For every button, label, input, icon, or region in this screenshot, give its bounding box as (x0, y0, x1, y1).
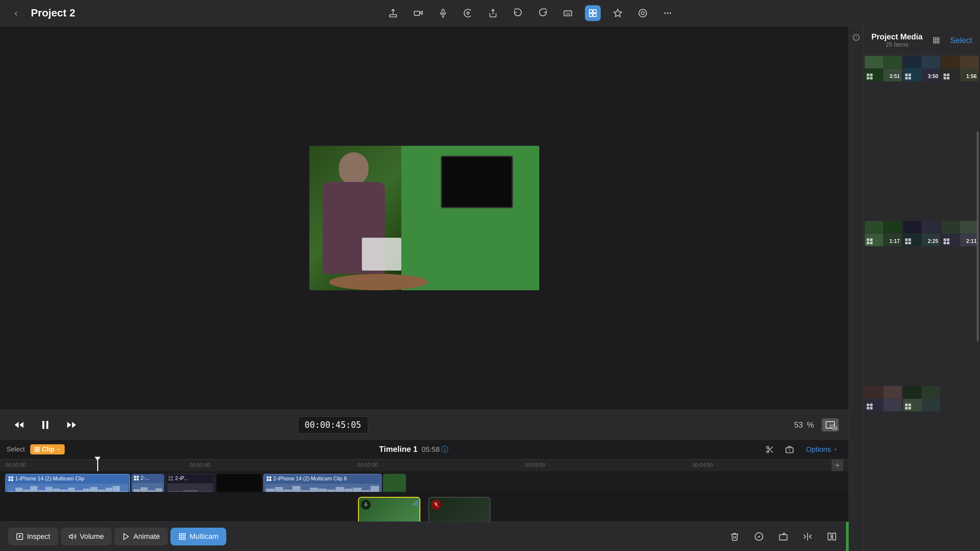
video-frame (309, 146, 539, 290)
inspect-button[interactable]: Inspect (8, 528, 58, 545)
thumb-duration: 3:51 (889, 73, 900, 79)
media-thumb-2[interactable]: 3:50 (903, 56, 940, 81)
back-button[interactable]: ‹ (8, 5, 24, 21)
timeline-name: Timeline 1 (379, 445, 417, 454)
thumb-quad (865, 56, 883, 68)
svg-marker-19 (72, 422, 76, 428)
grid-cell (870, 73, 873, 76)
tv-monitor (441, 156, 513, 208)
grid-view-icon[interactable] (929, 33, 943, 48)
svg-point-34 (767, 446, 769, 449)
rewind-button[interactable] (10, 416, 28, 434)
media-thumb-8[interactable] (903, 386, 940, 411)
timeline-blade-tool-icon[interactable] (782, 442, 797, 457)
thumb-duration-3: 1:56 (966, 73, 977, 79)
volume-label: Volume (80, 532, 104, 541)
svg-rect-2 (442, 9, 444, 13)
camera-record-icon[interactable] (410, 5, 426, 21)
grid-cell (905, 242, 908, 244)
thumb-quad (922, 56, 940, 68)
share-icon[interactable] (485, 5, 501, 21)
keyboard-icon[interactable] (560, 5, 576, 21)
svg-rect-62 (780, 535, 787, 540)
media-thumb-7[interactable] (865, 386, 902, 411)
thumb-quad (942, 221, 960, 233)
timeline-cut-tool-icon[interactable] (763, 442, 777, 457)
undo-icon[interactable] (510, 5, 526, 21)
svg-line-38 (768, 448, 770, 449)
media-thumb-4[interactable]: 1:17 (865, 221, 902, 247)
grid-cell (905, 77, 908, 79)
thumb-quad (865, 221, 883, 233)
bottom-toolbar: Inspect Volume Animate Multicam (0, 521, 849, 551)
grid-cell (943, 77, 946, 79)
svg-rect-4 (564, 11, 571, 16)
svg-rect-59 (179, 537, 181, 540)
svg-rect-57 (179, 534, 181, 536)
inspect-label: Inspect (27, 532, 50, 541)
grid-cell (870, 403, 873, 406)
project-title: Project 2 (31, 7, 75, 19)
clip-6-label: 2-iPhone 14 (2)·Multicam Clip 6 (264, 475, 381, 483)
animate-button[interactable]: Animate (114, 528, 168, 545)
photos-icon[interactable] (585, 5, 601, 21)
pip-button[interactable] (822, 418, 839, 432)
panel-content: Project Media 25 Items Select (849, 26, 980, 551)
volume-button[interactable]: Volume (61, 528, 112, 545)
pause-button[interactable] (36, 416, 54, 434)
trim-button[interactable] (775, 528, 792, 545)
confirm-button[interactable] (750, 528, 768, 545)
multicam-thumb-icon-4 (867, 238, 873, 244)
svg-rect-8 (593, 13, 596, 16)
more-icon[interactable] (660, 5, 676, 21)
thumb-quad (903, 56, 921, 68)
svg-rect-60 (183, 537, 185, 540)
panel-filter-icon[interactable] (850, 32, 862, 43)
ruler-tick-1: 00:01:00 (189, 462, 210, 468)
media-thumb-1[interactable]: 3:51 (865, 56, 902, 81)
clip-6-label-text: 2-iPhone 14 (2)·Multicam Clip 6 (273, 476, 347, 482)
media-thumb-6[interactable]: 2:11 (942, 221, 979, 247)
pen-tool-icon[interactable] (460, 5, 476, 21)
grid-cell (943, 238, 946, 241)
favorites-icon[interactable] (610, 5, 626, 21)
svg-point-35 (767, 451, 769, 453)
svg-point-12 (664, 12, 666, 14)
fast-forward-button[interactable] (62, 416, 81, 434)
transitions-button[interactable] (823, 528, 841, 545)
scroll-indicator[interactable] (977, 131, 979, 341)
svg-line-37 (771, 450, 773, 452)
delete-button[interactable] (726, 528, 743, 545)
svg-rect-17 (42, 421, 45, 429)
clip-label: Clip (42, 446, 54, 453)
svg-rect-5 (589, 10, 592, 13)
panel-select-button[interactable]: Select (948, 33, 975, 48)
media-thumb-5[interactable]: 2:25 (903, 221, 940, 247)
clip-2-label-text: 2-... (140, 475, 150, 481)
ruler-tick-2: 00:02:00 (357, 462, 378, 468)
split-button[interactable] (799, 528, 816, 545)
tv-screen (442, 157, 512, 207)
redo-icon[interactable] (535, 5, 551, 21)
multicam-button[interactable]: Multicam (170, 528, 226, 545)
video-preview-area (0, 26, 849, 410)
media-thumb-3[interactable]: 1:56 (942, 56, 979, 81)
export-icon[interactable] (385, 5, 401, 21)
svg-rect-6 (593, 10, 596, 13)
options-button[interactable]: Options (802, 443, 842, 456)
grid-cell (870, 407, 873, 410)
multicam-thumb-icon-3 (943, 73, 950, 79)
timeline-expand-icon[interactable] (832, 459, 843, 471)
svg-rect-33 (37, 450, 39, 451)
zoom-value: 53 (794, 420, 803, 429)
multicam-clip-icon (8, 476, 13, 481)
clip-badge[interactable]: Clip (30, 444, 65, 454)
privacy-icon[interactable] (635, 5, 651, 21)
playhead[interactable] (97, 459, 98, 471)
mic-icon[interactable] (435, 5, 451, 21)
timeline-info-icon[interactable]: ⓘ (441, 445, 448, 454)
ruler-tick-3: 00:03:00 (525, 462, 545, 468)
svg-marker-15 (15, 422, 19, 428)
angle-1-sound-icon (361, 500, 371, 510)
top-bar: ‹ Project 2 (0, 0, 980, 26)
